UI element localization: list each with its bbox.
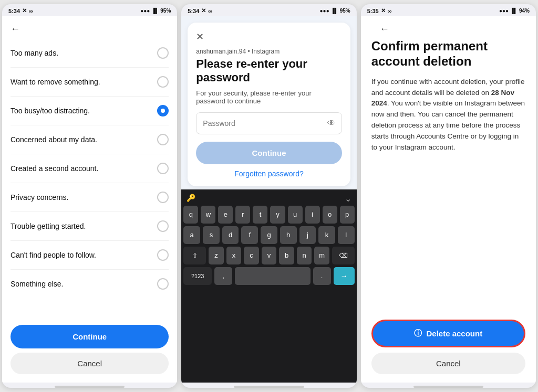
reason-item-1[interactable]: Want to remove something. (11, 68, 169, 97)
back-button-1[interactable]: ← (2, 16, 177, 39)
panel1-main: ← Too many ads. Want to remove something… (2, 16, 177, 383)
status-time-1: 5:34 (8, 8, 20, 14)
battery-3: 94% (519, 8, 530, 14)
key-h[interactable]: h (280, 226, 297, 244)
key-space[interactable] (235, 267, 311, 285)
back-button-3[interactable]: ← (371, 16, 525, 39)
key-s[interactable]: s (203, 226, 220, 244)
key-y[interactable]: y (270, 206, 285, 224)
reason-label-2: Too busy/too distracting. (11, 107, 90, 115)
key-a[interactable]: a (183, 226, 200, 244)
keyboard-row-2: a s d f g h j k l (183, 226, 354, 244)
key-g[interactable]: g (261, 226, 277, 244)
key-b[interactable]: b (279, 247, 294, 264)
radio-5[interactable] (157, 192, 169, 203)
key-p[interactable]: p (340, 206, 355, 224)
reason-item-5[interactable]: Privacy concerns. (11, 183, 169, 212)
home-indicator-1 (55, 386, 125, 388)
keyboard-row-3: ⇧ z x c v b n m ⌫ (183, 247, 354, 264)
key-k[interactable]: k (318, 226, 335, 244)
meta-icon-3: ∞ (388, 8, 392, 14)
phone-panel-2: 5:34 ✕ ∞ ●●● ▐▌ 95% ✕ anshuman.jain.94 •… (181, 4, 356, 388)
reason-label-0: Too many ads. (11, 49, 58, 57)
reason-label-1: Want to remove something. (11, 78, 100, 86)
password-input-wrapper: 👁 (196, 112, 342, 134)
key-n[interactable]: n (297, 247, 312, 264)
keyboard-top-bar: 🔑 ⌄ (183, 193, 354, 206)
key-o[interactable]: o (323, 206, 337, 224)
key-numbers[interactable]: ?123 (183, 267, 212, 285)
key-i[interactable]: i (305, 206, 320, 224)
key-go[interactable]: → (334, 267, 355, 285)
panel3-main: ← Confirm permanent account deletion If … (361, 16, 536, 383)
radio-3[interactable] (157, 134, 169, 145)
reason-item-7[interactable]: Can't find people to follow. (11, 241, 169, 270)
cancel-button-3[interactable]: Cancel (371, 353, 525, 374)
panel2-main: ✕ anshuman.jain.94 • Instagram Please re… (181, 16, 356, 383)
key-l[interactable]: l (338, 226, 355, 244)
key-f[interactable]: f (241, 226, 258, 244)
keyboard-row-1: q w e r t y u i o p (183, 206, 354, 224)
key-m[interactable]: m (314, 247, 329, 264)
key-r[interactable]: r (235, 206, 250, 224)
key-u[interactable]: u (288, 206, 303, 224)
x-icon-2: ✕ (201, 7, 206, 14)
key-d[interactable]: d (222, 226, 239, 244)
cancel-button-1[interactable]: Cancel (11, 353, 169, 374)
radio-4[interactable] (157, 163, 169, 174)
key-shift[interactable]: ⇧ (183, 247, 206, 264)
reason-label-4: Created a second account. (11, 164, 98, 173)
reason-item-2[interactable]: Too busy/too distracting. (11, 97, 169, 125)
key-v[interactable]: v (262, 247, 277, 264)
radio-2[interactable] (157, 105, 169, 116)
status-time-2: 5:34 (188, 8, 199, 14)
key-backspace[interactable]: ⌫ (332, 247, 355, 264)
radio-8[interactable] (157, 278, 169, 290)
status-bar-2: 5:34 ✕ ∞ ●●● ▐▌ 95% (181, 4, 356, 16)
signal-icon-2: ●●● ▐▌ (320, 8, 338, 14)
delete-account-button[interactable]: ⓘ Delete account (371, 320, 525, 347)
key-t[interactable]: t (253, 206, 267, 224)
status-right-2: ●●● ▐▌ 95% (320, 8, 350, 14)
radio-1[interactable] (157, 76, 169, 88)
home-indicator-3 (413, 386, 483, 388)
password-input[interactable] (196, 112, 342, 134)
panel3-footer: ⓘ Delete account Cancel (371, 320, 525, 383)
reason-item-3[interactable]: Concerned about my data. (11, 125, 169, 154)
continue-button-2[interactable]: Continue (196, 142, 342, 164)
key-period[interactable]: . (313, 267, 331, 285)
forgotten-password-link[interactable]: Forgotten password? (196, 169, 342, 178)
meta-icon-1: ∞ (29, 8, 33, 14)
reason-label-6: Trouble getting started. (11, 222, 86, 230)
modal-subtitle: anshuman.jain.94 • Instagram (196, 48, 342, 55)
eye-icon[interactable]: 👁 (327, 119, 336, 128)
key-z[interactable]: z (209, 247, 224, 264)
key-j[interactable]: j (299, 226, 316, 244)
key-e[interactable]: e (218, 206, 233, 224)
continue-button-1[interactable]: Continue (11, 325, 169, 348)
password-modal: ✕ anshuman.jain.94 • Instagram Please re… (188, 23, 350, 186)
radio-7[interactable] (157, 249, 169, 261)
reason-item-8[interactable]: Something else. (11, 270, 169, 298)
key-x[interactable]: x (226, 247, 242, 264)
status-right-3: ●●● ▐▌ 94% (499, 8, 530, 14)
reason-label-5: Privacy concerns. (11, 193, 68, 202)
reason-item-4[interactable]: Created a second account. (11, 154, 169, 183)
key-comma[interactable]: , (214, 267, 232, 285)
reason-item-0[interactable]: Too many ads. (11, 39, 169, 68)
confirm-description: If you continue with account deletion, y… (371, 77, 525, 153)
battery-2: 95% (340, 8, 350, 14)
chevron-down-icon[interactable]: ⌄ (345, 194, 351, 204)
key-w[interactable]: w (201, 206, 215, 224)
key-q[interactable]: q (183, 206, 198, 224)
modal-description: For your security, please re-enter your … (196, 89, 342, 105)
reason-label-3: Concerned about my data. (11, 135, 97, 144)
radio-0[interactable] (157, 47, 169, 59)
reason-label-7: Can't find people to follow. (11, 251, 96, 259)
delete-label: Delete account (426, 329, 482, 338)
reason-item-6[interactable]: Trouble getting started. (11, 212, 169, 241)
meta-icon-2: ∞ (208, 8, 212, 14)
radio-6[interactable] (157, 220, 169, 232)
key-c[interactable]: c (244, 247, 259, 264)
close-button[interactable]: ✕ (196, 31, 342, 43)
